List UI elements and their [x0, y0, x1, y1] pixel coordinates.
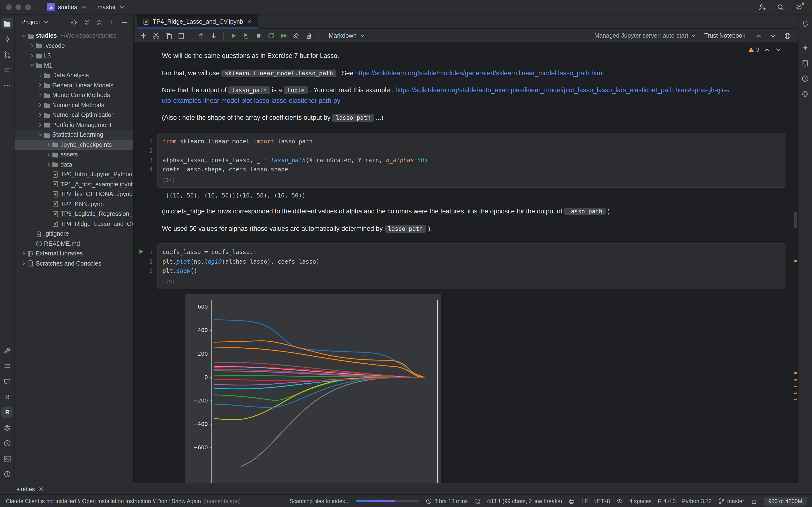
services-icon[interactable]	[1, 438, 12, 449]
markdown-cell[interactable]: Note that the output of lasso_path is a …	[134, 85, 733, 106]
delete-cell-icon[interactable]	[303, 30, 315, 42]
code-cell[interactable]: coefs_lasso = coefs_lasso.Tplt.plot(np.l…	[157, 243, 785, 289]
tree-item-tp2-knn-ipynb[interactable]: TP2_KNN.ipynb	[14, 199, 134, 209]
tree-item-tp3-logistic-regression-an[interactable]: TP3_Logistic_Regression_an...	[14, 209, 134, 219]
run-cell-below-icon[interactable]	[240, 30, 252, 42]
printer-widget[interactable]	[568, 498, 575, 504]
notifications-icon[interactable]	[800, 18, 811, 29]
code-cell[interactable]: from sklearn.linear_model import lasso_p…	[157, 133, 785, 188]
tree-item-m1[interactable]: M1	[14, 61, 134, 70]
reader-mode[interactable]	[616, 498, 623, 504]
chevron-right-icon[interactable]	[37, 92, 44, 99]
tree-item-general-linear-models[interactable]: General Linear Models	[14, 80, 134, 90]
jupyter-server-dropdown[interactable]: Managed Jupyter server: auto-start	[594, 32, 697, 39]
chevron-right-icon[interactable]	[37, 122, 44, 128]
tree-item-monte-carlo-methods[interactable]: Monte Carlo Methods	[14, 90, 134, 100]
tree-item-assets[interactable]: assets	[14, 150, 134, 160]
prev-problem-icon[interactable]	[764, 46, 770, 53]
refresh-status[interactable]	[474, 498, 481, 504]
caret-position[interactable]: 483:1 (99 chars, 2 line breaks)	[487, 498, 562, 504]
python-packages-icon[interactable]	[1, 422, 12, 433]
pull-requests-icon[interactable]	[1, 49, 12, 60]
dependencies-icon[interactable]	[800, 73, 811, 84]
stop-kernel-icon[interactable]	[253, 30, 264, 42]
cell-type-dropdown[interactable]: Markdown	[329, 32, 366, 39]
chevron-right-icon[interactable]	[45, 162, 52, 168]
branch-widget[interactable]: master	[94, 2, 129, 12]
globe-icon[interactable]	[781, 30, 793, 42]
collapse-all-icon[interactable]	[95, 18, 103, 26]
chevron-down-icon[interactable]	[29, 62, 35, 69]
tree-item-readme-md[interactable]: README.md	[14, 239, 134, 249]
error-stripe-mark[interactable]	[794, 393, 797, 394]
search-icon[interactable]	[775, 2, 786, 12]
tree-item-scratches-and-consoles[interactable]: Scratches and Consoles	[14, 259, 134, 269]
chevron-right-icon[interactable]	[37, 112, 44, 118]
close-icon[interactable]	[38, 486, 44, 492]
error-stripe-mark[interactable]	[794, 399, 797, 400]
r-console-icon[interactable]: R	[1, 391, 12, 402]
run-all-icon[interactable]	[278, 30, 290, 42]
terminal-icon[interactable]	[1, 453, 12, 464]
error-stripe-mark[interactable]	[794, 379, 797, 381]
restart-kernel-icon[interactable]	[265, 30, 277, 42]
chevron-down-icon[interactable]	[43, 19, 49, 25]
chevron-right-icon[interactable]	[37, 72, 44, 79]
run-cell-gutter-icon[interactable]	[138, 249, 144, 255]
chevron-right-icon[interactable]	[45, 152, 52, 158]
error-stripe[interactable]	[793, 43, 798, 483]
tree-item-vscode[interactable]: .vscode	[14, 41, 134, 51]
tree-item-tp4-ridge-lasso-and-cv-ip[interactable]: TP4_Ridge_Lasso_and_CV.ip...	[14, 219, 134, 229]
markdown-cell[interactable]: We used 50 values for alphas (those valu…	[134, 223, 432, 234]
chevron-right-icon[interactable]	[45, 142, 52, 148]
problems-icon[interactable]	[1, 468, 12, 480]
chevron-right-icon[interactable]	[29, 43, 35, 49]
tree-item-tp2-bis-optional-ipynb[interactable]: TP2_bis_OPTIONAL.ipynb	[14, 189, 134, 199]
move-up-icon[interactable]	[195, 30, 207, 42]
time-tracker[interactable]: 3 hrs 18 mins	[425, 498, 468, 504]
markdown-cell[interactable]: We will do the same questions as in Exer…	[134, 51, 339, 61]
status-notification[interactable]: Claude Client is not installed // Open I…	[6, 498, 241, 504]
copy-cell-icon[interactable]	[163, 30, 174, 42]
link[interactable]: https://scikit-learn.org/stable/modules/…	[355, 69, 604, 76]
inspections-widget[interactable]: 9	[748, 46, 781, 53]
locate-icon[interactable]	[70, 18, 78, 26]
clear-outputs-icon[interactable]	[291, 30, 302, 42]
line-separator[interactable]: LF	[581, 498, 588, 504]
error-stripe-mark[interactable]	[794, 386, 797, 387]
error-stripe-mark[interactable]	[794, 372, 797, 374]
ai-assistant-icon[interactable]	[800, 42, 811, 53]
chevron-down-icon[interactable]	[37, 132, 44, 138]
paste-cell-icon[interactable]	[175, 30, 187, 42]
chevron-down-icon[interactable]	[767, 30, 779, 42]
chevron-up-icon[interactable]	[753, 30, 764, 42]
tree-item-numerical-optimisation[interactable]: Numerical Optimisation	[14, 110, 134, 120]
tree-item-studies[interactable]: studies~/Workspace/studies	[14, 31, 134, 41]
chevron-right-icon[interactable]	[29, 53, 35, 59]
close-window-button[interactable]	[6, 4, 12, 10]
build-icon[interactable]	[1, 345, 12, 356]
tree-item-l3[interactable]: L3	[14, 51, 134, 61]
tree-item-data[interactable]: data	[14, 160, 134, 169]
python-interpreter[interactable]: Python 3.12	[682, 498, 712, 504]
error-stripe-mark[interactable]	[794, 260, 797, 262]
user-plus-icon[interactable]	[757, 2, 767, 12]
database-icon[interactable]	[800, 57, 811, 68]
settings-icon[interactable]	[794, 2, 804, 12]
tree-item-data-analysis[interactable]: Data Analysis	[14, 70, 134, 80]
r-interpreter[interactable]: R 4.4.3	[658, 498, 676, 504]
tree-item-gitignore[interactable]: .gitignore	[14, 229, 134, 239]
file-encoding[interactable]: UTF-8	[594, 498, 610, 504]
plugins-icon[interactable]	[800, 89, 811, 100]
commit-icon[interactable]	[1, 33, 12, 44]
close-tab-icon[interactable]	[247, 18, 252, 24]
trust-notebook-button[interactable]: Trust Notebook	[704, 32, 745, 39]
r-tools-icon[interactable]: R	[1, 406, 12, 418]
run-cell-icon[interactable]	[227, 30, 239, 42]
indexing-status[interactable]: Scanning files to index...	[290, 498, 350, 504]
tree-item-ipynb-checkpoints[interactable]: .ipynb_checkpoints	[14, 140, 134, 150]
move-down-icon[interactable]	[208, 30, 219, 42]
editor-scrollbar-thumb[interactable]	[794, 212, 797, 228]
tree-item-portfolio-management[interactable]: Portfolio Management	[14, 120, 134, 130]
file-lock[interactable]	[750, 498, 757, 504]
